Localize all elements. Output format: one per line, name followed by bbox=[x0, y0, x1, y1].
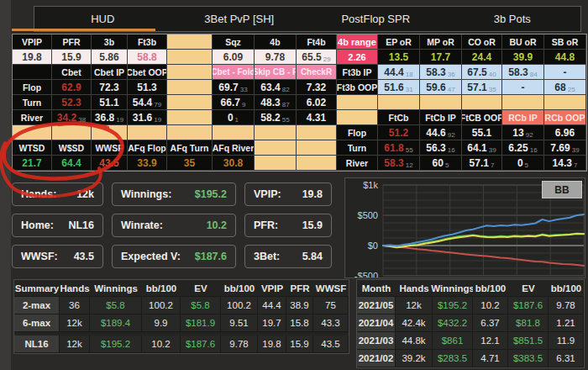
hud-cell-19-8: 19.8 bbox=[13, 50, 52, 65]
hud-stats-grid: VPIPPFR3bFt3bSqz4bFt4b4b rangeEP oRMP oR… bbox=[12, 34, 587, 172]
hud-cell-14-3: 14.37 bbox=[544, 156, 586, 171]
hud-cell-flop: Flop bbox=[337, 125, 378, 140]
tab-3b-pots[interactable]: 3b Pots bbox=[444, 7, 581, 31]
summary-card-vpip: VPIP:19.8 bbox=[244, 182, 332, 206]
hud-cell-empty bbox=[167, 65, 213, 80]
table-row[interactable]: 2-max36$5.8100.2$5.8100.244.438.975 bbox=[14, 297, 349, 314]
tab-postflop-spr[interactable]: PostFlop SPR bbox=[307, 7, 444, 31]
hud-cell-24-4: 24.4 bbox=[462, 50, 502, 65]
column-header-ev: EV bbox=[181, 280, 221, 297]
hud-cell-sqz: Sqz bbox=[213, 34, 255, 50]
hud-cell-63-4: 63.482 bbox=[255, 80, 297, 95]
card-value: 5.84 bbox=[302, 251, 323, 262]
hud-cell-51-3: 51.3 bbox=[128, 80, 167, 95]
cell: $189.4 bbox=[90, 314, 142, 332]
hud-cell-rcb-oop: RCb OOP bbox=[544, 110, 586, 125]
hud-cell-ft3b-ip: Ft3b IP bbox=[337, 65, 378, 80]
cell: 39.2k bbox=[396, 350, 433, 367]
card-value: $187.6 bbox=[195, 251, 227, 262]
hud-cell-56-3: 56.316 bbox=[420, 140, 462, 156]
column-header-bb-100: bb/100 bbox=[221, 280, 258, 297]
hud-cell-vpip: VPIP bbox=[13, 34, 52, 50]
cell: 9.78 bbox=[549, 297, 584, 314]
column-header-ev: EV bbox=[508, 280, 549, 297]
hud-cell-empty bbox=[544, 95, 586, 110]
tab-3bet-pvp-sh[interactable]: 3Bet PvP [SH] bbox=[171, 7, 308, 31]
tab-hud[interactable]: HUD bbox=[34, 7, 171, 31]
row-label: 2-max bbox=[14, 297, 60, 314]
hud-cell-55-1: 55.1 bbox=[462, 125, 502, 140]
hud-cell-cbet-fold: Cbet - Fold bbox=[213, 65, 255, 80]
monthly-table: MonthHandsWinningsbb/100EVbb/1002021/051… bbox=[356, 279, 585, 368]
hud-cell-39-9: 39.9 bbox=[502, 50, 544, 65]
hud-cell-13-5: 13.5 bbox=[378, 50, 420, 65]
hud-cell-51-1: 51.1 bbox=[92, 95, 128, 110]
hud-cell-ftcb-ip: FtCb IP bbox=[420, 110, 462, 125]
hud-cell-empty bbox=[378, 95, 420, 110]
table-row[interactable]: 2021/0239.2k$283.54.71$383.56.31 bbox=[357, 350, 584, 367]
hud-cell-empty bbox=[167, 110, 213, 125]
cell: 44.8k bbox=[396, 332, 433, 350]
cell: $851.5 bbox=[508, 332, 549, 350]
hud-cell-empty bbox=[255, 125, 297, 140]
table-row[interactable]: 2021/0344.8k$86112.1$851.511.9 bbox=[357, 332, 584, 350]
hud-cell-empty bbox=[92, 125, 128, 140]
cell: 38.9 bbox=[286, 297, 313, 314]
hud-cell-river: River bbox=[13, 110, 52, 125]
hud-cell-empty bbox=[337, 95, 378, 110]
summary-card-home: Home:NL16 bbox=[12, 214, 103, 237]
hud-cell-empty bbox=[167, 50, 213, 65]
column-header-hands: Hands bbox=[60, 280, 90, 297]
cell: 10.2 bbox=[473, 297, 508, 314]
hud-cell-62-9: 62.9 bbox=[52, 80, 92, 95]
cell: 100.2 bbox=[142, 297, 181, 314]
cell: $181.9 bbox=[181, 314, 221, 332]
summary-card-hands: Hands:12k bbox=[12, 182, 103, 206]
hud-cell-44-8: 44.8 bbox=[544, 50, 586, 65]
cell: 12k bbox=[396, 297, 433, 314]
hud-cell-empty bbox=[297, 125, 337, 140]
hud-cell-6-96: 6.96 bbox=[544, 125, 586, 140]
hud-cell-sb-or: SB oR bbox=[544, 34, 586, 50]
hud-cell-69-7: 69.733 bbox=[213, 80, 255, 95]
hud-cell-15-9: 15.9 bbox=[52, 50, 92, 65]
cell: $383.5 bbox=[508, 350, 549, 367]
cell: 4.71 bbox=[473, 350, 508, 367]
hud-cell-: - bbox=[502, 80, 544, 95]
table-row[interactable]: 2021/0442.4k$432.26.37$81.81.21 bbox=[357, 314, 584, 332]
cell: $5.8 bbox=[181, 297, 221, 314]
bb-toggle-button[interactable]: BB bbox=[542, 181, 582, 198]
table-total-row[interactable]: NL1612k$195.210.2$187.69.7819.815.943.5 bbox=[14, 336, 349, 353]
summary-card-winrate: Winrate:10.2 bbox=[112, 214, 236, 237]
hud-cell-empty bbox=[167, 34, 213, 50]
cell: $5.8 bbox=[90, 297, 142, 314]
hud-cell-48-3: 48.387 bbox=[255, 95, 297, 110]
left-edge-strip bbox=[0, 0, 11, 370]
hud-cell-empty bbox=[337, 110, 378, 125]
summary-table: SummaryHandsWinningsbb/100EVbb/100VPIPPF… bbox=[13, 279, 349, 354]
table-row[interactable]: 2021/0512k$195.210.2$187.69.78 bbox=[357, 297, 584, 314]
hud-cell-65-5: 65.529 bbox=[297, 50, 337, 65]
hud-cell-52-3: 52.3 bbox=[52, 95, 92, 110]
column-header-pfr: PFR bbox=[286, 280, 313, 297]
hud-cell-empty bbox=[13, 125, 52, 140]
hud-cell-9-78: 9.78 bbox=[255, 50, 297, 65]
hud-cell-5-86: 5.86 bbox=[92, 50, 128, 65]
cell: 75 bbox=[313, 297, 349, 314]
hud-cell-34-2: 34.238 bbox=[52, 110, 92, 125]
hud-cell-4-31: 4.31 bbox=[297, 110, 337, 125]
hud-cell-ep-or: EP oR bbox=[378, 34, 420, 50]
hud-cell-turn: Turn bbox=[337, 140, 378, 156]
cell: 12k bbox=[60, 314, 90, 332]
table-row[interactable]: 6-max12k$189.49.9$181.99.5119.715.843.3 bbox=[14, 314, 349, 332]
hud-cell-flop: Flop bbox=[13, 80, 52, 95]
summary-card-wwsf: WWSF:43.5 bbox=[12, 245, 103, 268]
winnings-graph-panel: $1k$500$0-$500 BB bbox=[344, 177, 585, 278]
hud-cell-w-sd: W$SD bbox=[52, 140, 92, 156]
column-header-vpip: VPIP bbox=[258, 280, 286, 297]
hud-cell-33-9: 33.9 bbox=[128, 156, 167, 171]
card-value: 10.2 bbox=[207, 219, 227, 231]
column-header-winnings: Winnings bbox=[90, 280, 142, 297]
card-value: $195.2 bbox=[195, 188, 227, 200]
row-label: 2021/05 bbox=[357, 297, 396, 314]
